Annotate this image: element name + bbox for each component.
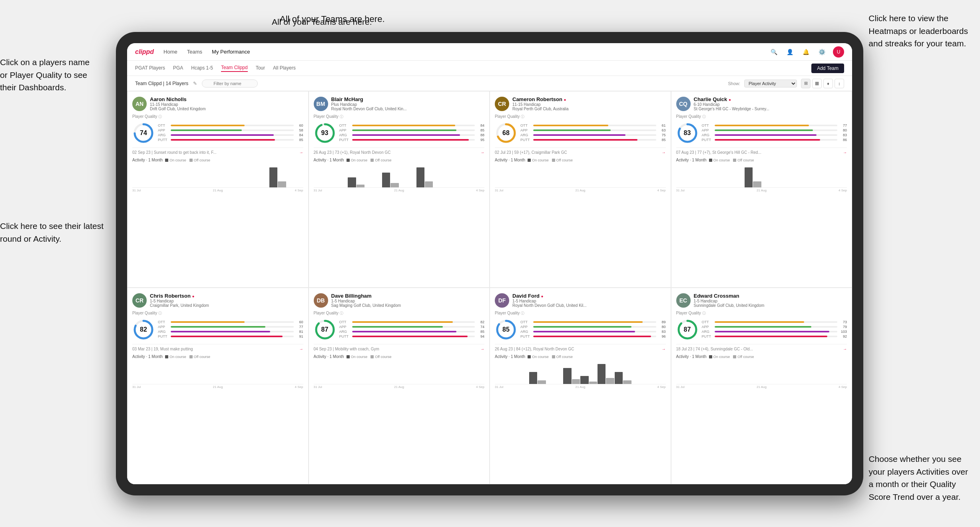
activity-section: Activity · 1 Month On course Off course [132,354,303,389]
quality-circle[interactable]: 83 [676,122,699,144]
stat-bar [533,331,635,332]
nav-teams[interactable]: Teams [187,49,202,55]
subnav-team-clippd[interactable]: Team Clippd [221,65,248,72]
activity-legend: On course Off course [347,355,392,359]
quality-circle[interactable]: 87 [676,318,699,341]
stat-row: APP 80 [702,128,847,132]
chart-bar-oncourse [382,173,390,188]
grid-view-button[interactable]: ⊞ [801,79,811,88]
legend-label-oncourse: On course [351,355,368,359]
stat-value: 84 [476,123,484,127]
legend-label-offcourse: Off course [556,158,573,162]
stat-value: 89 [658,320,666,324]
player-name[interactable]: David Ford ● [512,293,666,299]
quality-number: 74 [140,129,147,137]
chart-bar-offcourse [357,185,365,188]
chart-bar-oncourse [580,376,588,384]
player-card[interactable]: DF David Ford ● 1-5 Handicap Royal North… [490,288,671,484]
player-card[interactable]: DB Dave Billingham 1-5 Handicap Sag Magi… [309,288,490,484]
latest-round[interactable]: 04 Sep 23 | Mobility with coach, Gym → [314,344,485,351]
legend-oncourse: On course [528,158,549,162]
subnav-tour[interactable]: Tour [256,65,265,72]
player-club: Royal North Devon Golf Club, United Kin.… [331,107,485,111]
player-club: St George's Hill GC - Weybridge - Surrey… [694,107,847,111]
latest-round[interactable]: 03 Mar 23 | 19, Must make putting → [132,344,303,351]
player-name[interactable]: Edward Crossman [694,293,847,299]
search-icon[interactable]: 🔍 [769,47,779,57]
list-view-button[interactable]: ▦ [812,79,822,88]
player-card[interactable]: CQ Charlie Quick ● 6-10 Handicap St Geor… [671,91,852,287]
latest-round[interactable]: 26 Aug 23 | 73 (+1), Royal North Devon G… [314,147,485,155]
stat-bar-wrap [533,139,656,141]
stat-bar-wrap [715,139,838,141]
show-select[interactable]: Player Activity Quality Score Trend [744,80,797,88]
latest-round[interactable]: 02 Sep 23 | Sunset round to get back int… [132,147,303,155]
stat-bar-wrap [533,134,656,136]
player-name[interactable]: Cameron Robertson ● [512,96,666,102]
subnav: PGAT Players PGA Hcaps 1-5 Team Clippd T… [127,61,852,76]
subnav-hcaps[interactable]: Hcaps 1-5 [191,65,213,72]
latest-round[interactable]: 18 Jul 23 | 74 (+4), Sunningdale GC - Ol… [676,344,847,351]
stat-row: APP 85 [339,128,485,132]
stat-row: OTT 60 [158,320,303,324]
stat-row: OTT 82 [339,320,485,324]
avatar-icon[interactable]: U [833,46,844,58]
player-card[interactable]: AN Aaron Nicholls 11-15 Handicap Drift G… [127,91,308,287]
quality-circle[interactable]: 87 [314,318,336,341]
chart-area [676,360,847,384]
subnav-pgat[interactable]: PGAT Players [135,65,165,72]
legend-dot-offcourse [733,355,736,358]
player-name[interactable]: Charlie Quick ● [694,96,847,102]
stat-bar [171,336,283,337]
player-info: Cameron Robertson ● 11-15 Handicap Royal… [512,96,666,111]
nav-home[interactable]: Home [163,49,177,55]
latest-round[interactable]: 02 Jul 23 | 59 (+17), Craigmillar Park G… [495,147,666,155]
chart-bar-group [598,364,614,384]
tablet-device: clippd Home Teams My Performance 🔍 👤 🔔 ⚙… [116,32,863,495]
notification-icon[interactable]: 🔔 [801,47,811,57]
stat-name: ARG [702,330,713,334]
legend-dot-oncourse [165,355,168,358]
stat-bar-wrap [352,129,475,131]
subnav-all-players[interactable]: All Players [273,65,296,72]
player-name[interactable]: Chris Robertson ● [150,293,303,299]
activity-section: Activity · 1 Month On course Off course [676,354,847,389]
player-name[interactable]: Blair McHarg [331,96,485,102]
nav-my-performance[interactable]: My Performance [212,49,250,55]
legend-offcourse: Off course [733,158,754,162]
heatmap-button[interactable]: ♦ [823,79,833,88]
chart-bar-group [348,177,365,187]
legend-dot-oncourse [165,159,168,162]
legend-label-oncourse: On course [169,355,186,359]
player-card[interactable]: CR Chris Robertson ● 1-5 Handicap Craigm… [127,288,308,484]
subnav-pga[interactable]: PGA [173,65,183,72]
add-team-button[interactable]: Add Team [811,64,844,73]
player-avatar: CQ [676,97,691,111]
player-card[interactable]: EC Edward Crossman 1-5 Handicap Sunningd… [671,288,852,484]
sort-button[interactable]: ↕ [835,79,844,88]
player-card[interactable]: BM Blair McHarg Plus Handicap Royal Nort… [309,91,490,287]
latest-round[interactable]: 07 Aug 23 | 77 (+7), St George's Hill GC… [676,147,847,155]
edit-icon[interactable]: ✎ [193,81,197,86]
chart-bars [676,164,847,187]
player-card[interactable]: CR Cameron Robertson ● 11-15 Handicap Ro… [490,91,671,287]
profile-icon[interactable]: 👤 [785,47,795,57]
quality-circle[interactable]: 74 [132,122,155,144]
settings-icon[interactable]: ⚙️ [817,47,827,57]
player-name[interactable]: Dave Billingham [331,293,485,299]
stat-bar-wrap [352,331,475,332]
filter-input[interactable] [202,80,258,88]
quality-circle[interactable]: 68 [495,122,517,144]
player-name[interactable]: Aaron Nicholls [150,96,303,102]
activity-legend: On course Off course [528,355,573,359]
player-avatar: DF [495,293,509,308]
activity-title: Activity · 1 Month [132,354,163,359]
quality-circle[interactable]: 82 [132,318,155,341]
latest-round-arrow: → [480,347,484,351]
quality-circle[interactable]: 85 [495,318,517,341]
stat-bar [533,326,631,328]
quality-circle[interactable]: 93 [314,122,336,144]
stat-bar-wrap [171,326,294,328]
player-handicap: 1-5 Handicap [694,299,847,303]
latest-round[interactable]: 26 Aug 23 | 84 (+12), Royal North Devon … [495,344,666,351]
